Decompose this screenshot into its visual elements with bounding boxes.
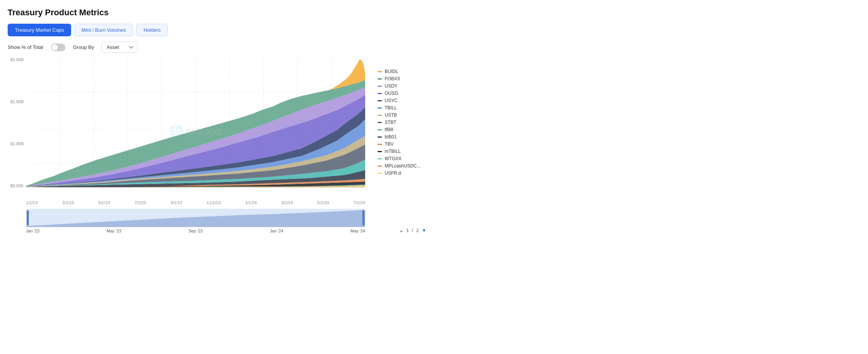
mini-chart: Jan '23 May '23 Sep '23 Jan '24 May '24 [8,209,365,233]
svg-rect-33 [362,210,365,226]
legend-mplcash: MPLcashUSDC... [377,163,432,169]
legend-fobxx: FOBXX [377,76,432,81]
legend-stbt: STBT [377,120,432,125]
mini-label-jan23: Jan '23 [26,229,39,233]
show-percent-label: Show % of Total [8,44,43,50]
legend-dot-ousg [377,93,382,94]
legend-dot-buidl [377,71,382,72]
legend-label-fobxx: FOBXX [385,76,400,81]
mini-label-may24: May '24 [351,229,365,233]
legend-label-usfrd: USFR.d [385,171,401,176]
legend-ousg: OUSG [377,91,432,96]
x-label-mar23: 3/1/23 [62,200,74,205]
legend-usdy: USDY [377,83,432,89]
legend-dot-usyc [377,100,382,101]
chart-container: $3.00B $2.00B $1.00B $0.00K 🌐 rwa.xyz [8,57,426,233]
legend-label-mtbill: mTBILL [385,149,401,154]
pagination: ▲ 1 / 2 ▼ [371,222,426,233]
legend-label-stbt: STBT [385,120,397,125]
legend-dot-tbv [377,144,382,145]
legend-usyc: USYC [377,98,432,103]
legend-dot-fobxx [377,78,382,80]
svg-rect-32 [27,210,29,226]
tab-holders[interactable]: Holders [136,24,168,36]
legend-tfbill: tfBill [377,127,432,132]
legend-dot-bib01 [377,136,382,138]
y-label-1b: $1.00B [8,141,24,146]
legend-label-ustb: USTB [385,112,397,118]
legend-label-ousg: OUSG [385,91,398,96]
legend-wtgxx: WTGXX [377,156,432,161]
page-title: Treasury Product Metrics [8,8,426,18]
mini-label-jan24: Jan '24 [270,229,283,233]
legend-label-tbill: TBILL [385,105,397,110]
legend-label-usdy: USDY [385,83,397,89]
legend-label-tfbill: tfBill [385,127,393,132]
x-label-jul24: 7/1/24 [353,200,365,205]
group-by-select[interactable]: Asset Protocol Chain [102,42,138,53]
tab-mint-burn-volumes[interactable]: Mint / Burn Volumes [74,24,133,36]
x-label-may23: 5/1/23 [98,200,110,205]
legend-label-usyc: USYC [385,98,397,103]
controls-row: Show % of Total Group By Asset Protocol … [8,42,426,53]
x-label-jan24: 1/1/24 [245,200,257,205]
group-by-label: Group By [73,44,94,50]
mini-label-may23: May '23 [107,229,121,233]
x-label-sep23: 9/1/23 [171,200,182,205]
x-label-jan23: 1/1/23 [26,200,38,205]
x-label-may24: 5/1/24 [317,200,329,205]
legend-dot-usdy [377,86,382,87]
legend-dot-mtbill [377,151,382,152]
legend-dot-wtgxx [377,158,382,159]
tab-treasury-market-caps[interactable]: Treasury Market Caps [8,24,71,36]
page-total: 2 [416,228,419,233]
x-label-mar24: 3/1/24 [281,200,293,205]
page-current: 1 [406,228,409,233]
mini-chart-svg [26,209,365,227]
legend-tbv: TBV [377,141,432,147]
legend-dot-stbt [377,122,382,123]
page-down-arrow[interactable]: ▼ [422,228,426,233]
legend-ustb: USTB [377,112,432,118]
legend-mtbill: mTBILL [377,149,432,154]
tab-bar: Treasury Market Caps Mint / Burn Volumes… [8,24,426,36]
y-label-2b: $2.00B [8,99,24,104]
legend-tbill: TBILL [377,105,432,110]
main-chart-svg [26,57,365,199]
legend-label-buidl: BUIDL [385,69,398,74]
legend-dot-tbill [377,107,382,109]
legend-dot-usfrd [377,173,382,174]
legend-label-tbv: TBV [385,141,393,147]
mini-chart-labels: Jan '23 May '23 Sep '23 Jan '24 May '24 [26,229,365,233]
legend-dot-ustb [377,115,382,116]
legend-label-bib01: bIB01 [385,134,397,140]
legend-dot-mplcash [377,166,382,167]
legend-dot-tfbill [377,129,382,130]
chart-svg-area: 🌐 rwa.xyz [26,57,365,205]
mini-label-sep23: Sep '23 [189,229,203,233]
legend-usfrd: USFR.d [377,171,432,176]
y-label-0k: $0.00K [8,183,24,188]
y-label-3b: $3.00B [8,57,24,62]
x-label-nov23: 11/1/23 [206,200,221,205]
legend: BUIDL FOBXX USDY OUSG USYC TBILL [371,57,432,176]
x-label-jul23: 7/1/23 [134,200,146,205]
chart-area: $3.00B $2.00B $1.00B $0.00K 🌐 rwa.xyz [8,57,365,233]
show-percent-toggle[interactable] [51,44,65,51]
legend-bib01: bIB01 [377,134,432,140]
legend-buidl: BUIDL [377,69,432,74]
legend-label-mplcash: MPLcashUSDC... [385,163,421,169]
page-separator: / [412,228,413,233]
legend-label-wtgxx: WTGXX [385,156,401,161]
